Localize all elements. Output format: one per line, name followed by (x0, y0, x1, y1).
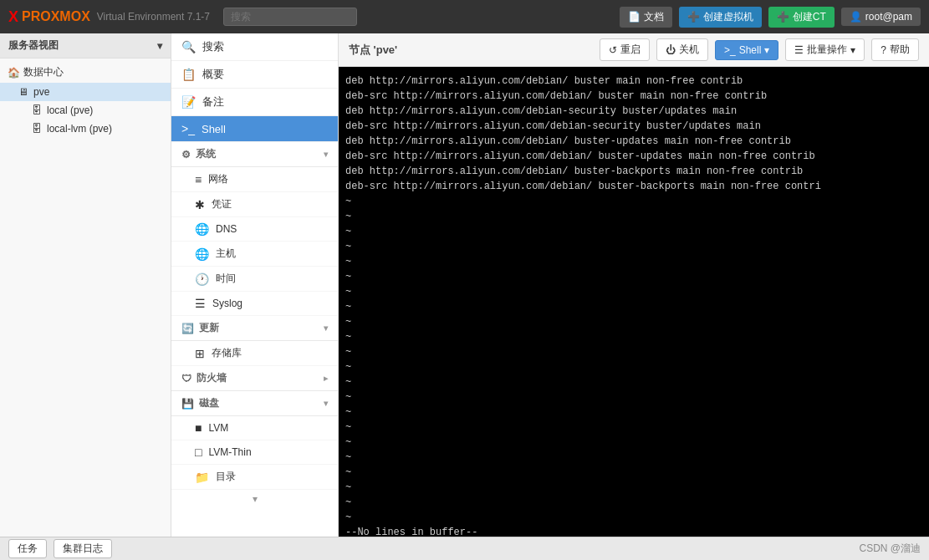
nav-repositories-label: 存储库 (212, 346, 242, 360)
nav-shell-label: Shell (202, 123, 226, 135)
batch-label: 批量操作 (807, 43, 847, 57)
terminal-line: ~ (345, 465, 922, 480)
nav-search-label: 搜索 (202, 39, 224, 54)
topbar: X PROXMOX Virtual Environment 7.1-7 📄 文档… (0, 0, 929, 33)
logo-proxmox: PROXMOX (22, 9, 90, 24)
terminal-line: ~ (345, 510, 922, 525)
notes-nav-icon: 📝 (181, 95, 196, 109)
sidebar-pve-label: pve (33, 86, 49, 98)
nav-item-notes[interactable]: 📝 备注 (171, 89, 338, 116)
nav-item-credentials[interactable]: ✱ 凭证 (171, 192, 338, 217)
disks-section-icon: 💾 (181, 398, 194, 410)
terminal-line: ~ (345, 329, 922, 344)
tasks-button[interactable]: 任务 (8, 539, 47, 558)
logo-x: X (8, 8, 18, 26)
nav-item-dns[interactable]: 🌐 DNS (171, 217, 338, 242)
terminal-line: ~ (345, 480, 922, 495)
shell-nav-icon: >_ (181, 122, 195, 135)
terminal-line: ~ (345, 239, 922, 254)
restart-button[interactable]: ↺ 重启 (600, 38, 650, 61)
terminal-line: ~ (345, 435, 922, 450)
nav-item-lvm[interactable]: ■ LVM (171, 416, 338, 440)
sidebar-item-pve[interactable]: 🖥 pve (0, 83, 171, 101)
sidebar-local-pve-label: local (pve) (47, 104, 93, 116)
terminal-line: deb http://mirrors.aliyun.com/debian-sec… (345, 104, 922, 119)
bottombar: 任务 集群日志 CSDN @溜迪 (0, 537, 929, 560)
sidebar-local-lvm-label: local-lvm (pve) (47, 123, 112, 135)
help-button[interactable]: ? 帮助 (871, 38, 919, 61)
create-ct-label: 创建CT (793, 10, 826, 24)
create-vm-icon: ➕ (687, 11, 700, 23)
updates-section-arrow: ▾ (324, 323, 328, 333)
user-button[interactable]: 👤 root@pam (841, 8, 921, 26)
terminal[interactable]: deb http://mirrors.aliyun.com/debian/ bu… (339, 67, 929, 537)
nav-section-disks[interactable]: 💾 磁盘 ▾ (171, 391, 338, 416)
search-input[interactable] (223, 8, 357, 26)
nav-syslog-label: Syslog (212, 298, 242, 309)
help-icon: ? (881, 44, 886, 56)
directory-nav-icon: 📁 (195, 471, 209, 484)
nav-scroll-down[interactable]: ▾ (171, 490, 338, 508)
search-container (223, 8, 357, 26)
repositories-nav-icon: ⊞ (195, 347, 205, 360)
terminal-line: deb-src http://mirrors.aliyun.com/debian… (345, 119, 922, 134)
shell-button[interactable]: >_ Shell ▾ (715, 40, 778, 60)
disks-section-label: 磁盘 (199, 396, 219, 410)
nav-summary-label: 概要 (202, 67, 224, 82)
local-lvm-icon: 🗄 (30, 123, 43, 135)
nav-item-directory[interactable]: 📁 目录 (171, 465, 338, 490)
node-header: 节点 'pve' ↺ 重启 ⏻ 关机 >_ Shell ▾ ☰ 批量操作 ▾ ? (339, 33, 929, 67)
nav-item-repositories[interactable]: ⊞ 存储库 (171, 341, 338, 366)
nav-section-system[interactable]: ⚙ 系统 ▾ (171, 142, 338, 167)
shutdown-label: 关机 (679, 43, 699, 57)
network-nav-icon: ≡ (195, 173, 202, 186)
batch-dropdown-icon: ▾ (850, 44, 855, 56)
restart-label: 重启 (620, 43, 641, 57)
system-section-label: 系统 (196, 147, 216, 161)
nav-panel: 🔍 搜索 📋 概要 📝 备注 >_ Shell ⚙ 系统 ▾ ≡ 网络 ✱ (171, 33, 339, 537)
sidebar-collapse-icon[interactable]: ▾ (157, 40, 162, 52)
nav-item-search[interactable]: 🔍 搜索 (171, 33, 338, 61)
shell-dropdown-icon: ▾ (764, 44, 769, 56)
docs-label: 文档 (644, 10, 664, 24)
sidebar: 服务器视图 ▾ 🏠 数据中心 🖥 pve 🗄 local (pve) 🗄 loc… (0, 33, 171, 537)
nav-item-network[interactable]: ≡ 网络 (171, 167, 338, 192)
sidebar-item-local-lvm[interactable]: 🗄 local-lvm (pve) (0, 120, 171, 138)
terminal-line: ~ (345, 299, 922, 314)
logo: X PROXMOX Virtual Environment 7.1-7 (8, 8, 210, 26)
firewall-section-icon: 🛡 (181, 373, 191, 384)
nav-section-updates[interactable]: 🔄 更新 ▾ (171, 316, 338, 341)
sidebar-item-datacenter[interactable]: 🏠 数据中心 (0, 62, 171, 83)
shutdown-button[interactable]: ⏻ 关机 (656, 38, 708, 61)
nav-item-hosts[interactable]: 🌐 主机 (171, 242, 338, 267)
sidebar-title: 服务器视图 (8, 38, 59, 53)
nav-credentials-label: 凭证 (212, 197, 232, 211)
nav-item-time[interactable]: 🕐 时间 (171, 267, 338, 292)
nav-lvm-label: LVM (208, 422, 228, 434)
terminal-line: deb http://mirrors.aliyun.com/debian/ bu… (345, 74, 922, 89)
updates-section-label: 更新 (199, 321, 219, 335)
create-ct-button[interactable]: ➕ 创建CT (768, 7, 835, 28)
nav-item-syslog[interactable]: ☰ Syslog (171, 292, 338, 316)
syslog-nav-icon: ☰ (195, 297, 206, 310)
nav-section-firewall[interactable]: 🛡 防火墙 ▸ (171, 366, 338, 391)
shell-button-icon: >_ (724, 44, 736, 56)
local-pve-icon: 🗄 (30, 104, 43, 116)
batch-button[interactable]: ☰ 批量操作 ▾ (785, 38, 865, 61)
cluster-log-button[interactable]: 集群日志 (54, 539, 112, 558)
create-vm-button[interactable]: ➕ 创建虚拟机 (679, 7, 762, 28)
datacenter-icon: 🏠 (7, 67, 20, 79)
lvm-thin-nav-icon: □ (195, 445, 202, 459)
nav-directory-label: 目录 (216, 470, 236, 484)
sidebar-item-local-pve[interactable]: 🗄 local (pve) (0, 101, 171, 120)
nav-item-shell[interactable]: >_ Shell (171, 116, 338, 142)
terminal-line: ~ (345, 420, 922, 435)
terminal-line: ~ (345, 405, 922, 420)
docs-button[interactable]: 📄 文档 (620, 7, 672, 28)
nav-item-lvm-thin[interactable]: □ LVM-Thin (171, 440, 338, 465)
terminal-line: ~ (345, 359, 922, 374)
system-section-icon: ⚙ (181, 149, 191, 160)
nav-item-summary[interactable]: 📋 概要 (171, 61, 338, 89)
terminal-line: deb http://mirrors.aliyun.com/debian/ bu… (345, 164, 922, 179)
logo-ve: Virtual Environment 7.1-7 (97, 11, 210, 23)
